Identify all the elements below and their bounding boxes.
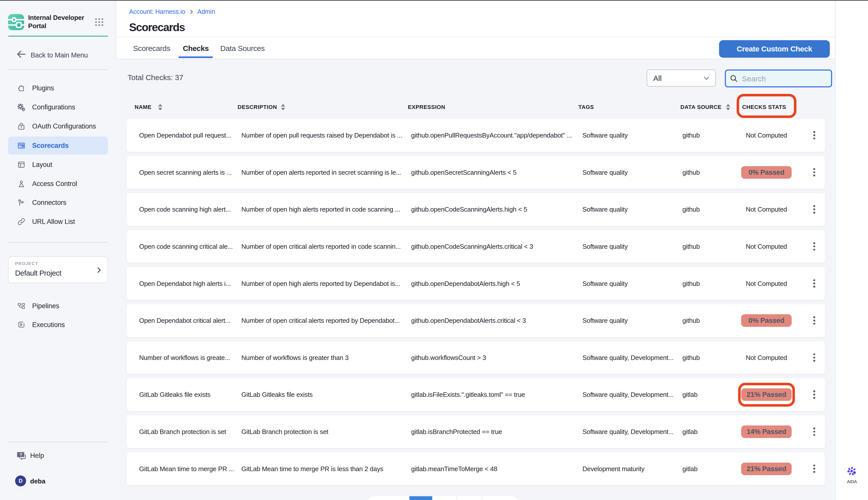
svg-text:?: ? [20, 452, 22, 457]
